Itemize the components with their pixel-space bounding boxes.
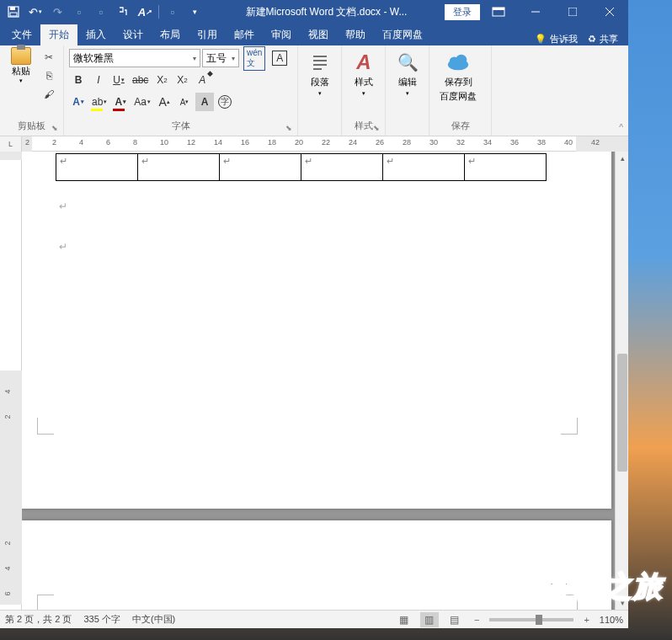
font-launcher-icon[interactable]: ⬊ [285, 124, 292, 132]
paste-icon [11, 47, 31, 65]
cut-icon[interactable]: ✂ [40, 49, 57, 66]
clipboard-label: 剪贴板⬊ [3, 118, 60, 134]
maximize-button[interactable] [554, 0, 591, 24]
group-clipboard: 粘贴 ▾ ✂ ⎘ 🖌 剪贴板⬊ [0, 45, 64, 136]
subscript-button[interactable]: X2 [152, 71, 171, 89]
phonetic-guide-button[interactable]: wén文 [241, 49, 268, 67]
group-font: 微软雅黑▾ 五号▾ wén文 A B I U▾ abc X2 X2 A◆ A▾ … [64, 45, 298, 136]
styles-launcher-icon[interactable]: ⬊ [373, 124, 380, 132]
svg-rect-4 [493, 8, 504, 10]
share-icon: ♻ [588, 34, 596, 45]
bold-button[interactable]: B [69, 71, 88, 89]
table-cell[interactable]: ↵ [220, 154, 301, 181]
tab-review[interactable]: 审阅 [263, 24, 300, 45]
italic-button[interactable]: I [89, 71, 108, 89]
table-cell[interactable]: ↵ [56, 154, 138, 181]
zoom-slider[interactable] [489, 618, 573, 621]
print-layout-icon[interactable]: ▥ [420, 612, 439, 627]
ribbon-display-icon[interactable] [487, 2, 510, 22]
tab-home[interactable]: 开始 [40, 24, 77, 45]
table-cell[interactable]: ↵ [465, 154, 547, 181]
share-button[interactable]: ♻共享 [588, 33, 618, 45]
save-icon[interactable] [3, 2, 24, 22]
group-styles: A 样式 ▾ 样式⬊ [342, 45, 386, 136]
qat-btn-5[interactable]: ▫ [91, 2, 111, 22]
font-size-combo[interactable]: 五号▾ [202, 49, 239, 67]
ruler-horizontal[interactable]: L 22468101214161820222426283032343638404… [0, 136, 628, 152]
qat-btn-7[interactable]: A↗ [135, 2, 155, 22]
styles-button[interactable]: A 样式 ▾ [345, 47, 382, 100]
zoom-out-button[interactable]: − [471, 615, 483, 625]
tab-design[interactable]: 设计 [115, 24, 152, 45]
styles-label: 样式⬊ [345, 118, 381, 134]
word-count[interactable]: 335 个字 [83, 613, 120, 626]
char-border-button[interactable]: A [269, 49, 290, 67]
table-cell[interactable]: ↵ [301, 154, 383, 181]
undo-icon[interactable]: ↶▾ [25, 2, 45, 22]
group-save-baidu: 保存到 百度网盘 保存 [429, 45, 492, 136]
minimize-button[interactable] [517, 0, 554, 24]
underline-button[interactable]: U▾ [109, 71, 128, 89]
scroll-thumb[interactable] [617, 354, 627, 472]
tab-layout[interactable]: 布局 [152, 24, 189, 45]
web-layout-icon[interactable]: ▤ [445, 612, 464, 627]
table-cell[interactable]: ↵ [383, 154, 465, 181]
document-table[interactable]: ↵ ↵ ↵ ↵ ↵ ↵ [56, 153, 547, 181]
enclose-char-button[interactable]: 字 [216, 93, 234, 111]
tab-help[interactable]: 帮助 [337, 24, 374, 45]
superscript-button[interactable]: X2 [173, 71, 191, 89]
touch-mode-icon[interactable] [113, 2, 133, 22]
qat-btn-8[interactable]: ▫ [163, 2, 183, 22]
zoom-in-button[interactable]: + [580, 615, 592, 625]
page-2[interactable]: ↵ [22, 520, 611, 610]
page-1[interactable]: ↵ ↵ ↵ ↵ ↵ ↵ ↵ ↵ [22, 152, 611, 509]
editing-button[interactable]: 🔍 编辑 ▾ [389, 47, 426, 100]
highlight-button[interactable]: ab▾ [89, 93, 109, 111]
scroll-up-icon[interactable]: ▴ [616, 152, 628, 165]
save-baidu-button[interactable]: 保存到 百度网盘 [433, 47, 483, 106]
clipboard-launcher-icon[interactable]: ⬊ [51, 124, 58, 132]
collapse-ribbon-icon[interactable]: ^ [619, 123, 623, 132]
table-row[interactable]: ↵ ↵ ↵ ↵ ↵ ↵ [56, 154, 547, 181]
tab-file[interactable]: 文件 [3, 24, 40, 45]
paragraph-mark: ↵ [59, 200, 67, 212]
format-painter-icon[interactable]: 🖌 [40, 86, 57, 103]
strikethrough-button[interactable]: abc [130, 71, 151, 89]
login-button[interactable]: 登录 [445, 4, 480, 20]
clear-format-icon[interactable]: A◆ [193, 71, 211, 89]
text-effects-button[interactable]: A▾ [69, 93, 88, 111]
tab-view[interactable]: 视图 [300, 24, 337, 45]
margin-corner [561, 418, 578, 435]
tab-mail[interactable]: 邮件 [226, 24, 263, 45]
page-indicator[interactable]: 第 2 页，共 2 页 [5, 613, 72, 626]
paste-button[interactable]: 粘贴 ▾ [5, 47, 37, 84]
close-button[interactable] [591, 0, 628, 24]
language-indicator[interactable]: 中文(中国) [132, 613, 175, 626]
qat-btn-4[interactable]: ▫ [69, 2, 89, 22]
ruler-corner[interactable]: L [0, 136, 22, 152]
tab-references[interactable]: 引用 [189, 24, 226, 45]
tell-me-button[interactable]: 💡告诉我 [535, 33, 578, 45]
tab-insert[interactable]: 插入 [77, 24, 115, 45]
copy-icon[interactable]: ⎘ [40, 67, 57, 84]
font-color-button[interactable]: A▾ [111, 93, 130, 111]
qat-customize-icon[interactable]: ▾ [184, 2, 205, 22]
find-icon: 🔍 [396, 51, 419, 74]
table-cell[interactable]: ↵ [138, 154, 220, 181]
grow-font-button[interactable]: A▴ [155, 93, 173, 111]
vertical-scrollbar[interactable]: ▴ ▾ [615, 152, 628, 610]
change-case-button[interactable]: Aa▾ [131, 93, 153, 111]
shrink-font-button[interactable]: A▾ [175, 93, 194, 111]
word-window: ↶▾ ↷ ▫ ▫ A↗ ▫ ▾ 新建Microsoft Word 文档.docx… [0, 0, 628, 628]
font-name-combo[interactable]: 微软雅黑▾ [69, 49, 200, 67]
document-pages[interactable]: ↵ ↵ ↵ ↵ ↵ ↵ ↵ ↵ ↵ [22, 152, 615, 610]
redo-icon[interactable]: ↷ [47, 2, 67, 22]
tab-baidu[interactable]: 百度网盘 [374, 24, 431, 45]
char-shading-button[interactable]: A [195, 93, 214, 111]
read-mode-icon[interactable]: ▦ [395, 612, 413, 627]
zoom-level[interactable]: 110% [600, 615, 623, 625]
svg-rect-2 [10, 13, 17, 16]
ribbon: 粘贴 ▾ ✂ ⎘ 🖌 剪贴板⬊ 微软雅黑▾ 五号▾ wén文 A [0, 45, 628, 136]
ruler-vertical[interactable]: 42246 [0, 152, 22, 610]
paragraph-button[interactable]: 段落 ▾ [301, 47, 339, 100]
